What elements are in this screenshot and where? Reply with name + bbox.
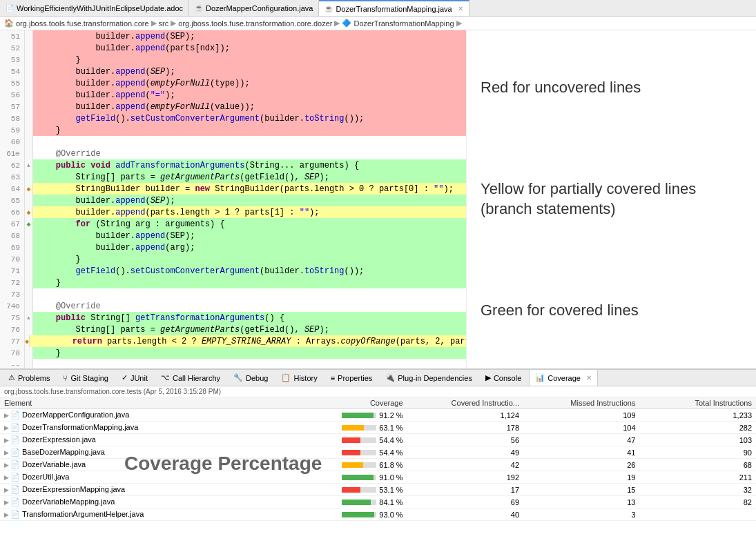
console-icon: ▶ <box>485 373 491 382</box>
annotation-panel: Red for uncovered lines Yellow for parti… <box>466 30 756 368</box>
coverage-bar <box>342 462 376 468</box>
tab-console[interactable]: ▶ Console <box>480 370 527 386</box>
coverage-bar <box>342 487 376 493</box>
close-icon[interactable]: ✕ <box>458 5 463 12</box>
file-name: DozerExpression.java <box>22 435 96 444</box>
tab-git[interactable]: ⑂ Git Staging <box>57 370 114 386</box>
expand-arrow[interactable]: ▶ <box>4 424 9 431</box>
tab-mapper-label: DozerMapperConfiguration.java <box>206 4 313 12</box>
expand-arrow[interactable]: ▶ <box>4 437 9 444</box>
expand-arrow[interactable]: ▶ <box>4 511 9 518</box>
tab-adoc[interactable]: 📄 WorkingEfficientlyWithJUnitInEclipseUp… <box>0 0 189 16</box>
code-line-58: 58 getField().setCustomConverterArgument… <box>0 112 466 124</box>
tab-call-hierarchy[interactable]: ⌥ Call Hierarchy <box>155 370 226 386</box>
table-row[interactable]: ▶📄DozerTransformationMapping.java63.1 %1… <box>0 422 756 434</box>
bc-icon2: 🔷 <box>342 19 351 28</box>
tab-properties-label: Properties <box>338 374 372 382</box>
col-element: Element <box>0 397 291 409</box>
coverage-pct: 93.0 % <box>379 511 403 519</box>
table-row[interactable]: ▶📄BaseDozerMapping.java54.4 %494190 <box>0 446 756 459</box>
code-line-71: 71 getField().setCustomConverterArgument… <box>0 265 466 277</box>
git-icon: ⑂ <box>63 374 68 382</box>
tab-problems-label: Problems <box>18 374 50 382</box>
java-icon-2: ☕ <box>324 5 333 12</box>
code-line-72: 72 } <box>0 277 466 288</box>
coverage-header: org.jboss.tools.fuse.transformation.core… <box>0 386 756 397</box>
code-line-57: 57 builder.append(emptyForNull(value)); <box>0 101 466 112</box>
file-icon: 📄 <box>10 411 20 419</box>
tab-history-label: History <box>293 374 317 382</box>
bottom-panel: ⚠ Problems ⑂ Git Staging ✓ JUnit ⌥ Call … <box>0 368 756 543</box>
code-line-78: 78 } <box>0 347 466 359</box>
tab-history[interactable]: 📋 History <box>275 370 323 386</box>
file-icon: 📄 <box>10 423 20 431</box>
code-line-66: 66 ◆ builder.append(parts.length > 1 ? p… <box>0 206 466 218</box>
coverage-pct: 53.1 % <box>379 486 403 494</box>
code-line-54: 54 builder.append(SEP); <box>0 66 466 77</box>
tab-transform-label: DozerTransformationMapping.java <box>336 5 452 13</box>
red-annotation: Red for uncovered lines <box>481 78 742 98</box>
expand-arrow[interactable]: ▶ <box>4 462 9 468</box>
coverage-pct: 61.8 % <box>379 461 403 469</box>
tab-call-label: Call Hierarchy <box>173 374 220 382</box>
code-line-67: 67 ◆ for (String arg : arguments) { <box>0 218 466 230</box>
table-row[interactable]: ▶📄DozerExpression.java54.4 %5647103 <box>0 434 756 446</box>
tab-plugins[interactable]: 🔌 Plug-in Dependencies <box>380 370 478 386</box>
code-line-68: 68 builder.append(SEP); <box>0 230 466 241</box>
code-line-75: 75 ▲ public String[] getTransformationAr… <box>0 312 466 324</box>
file-icon: 📄 <box>10 473 20 481</box>
coverage-bar <box>342 437 376 443</box>
breadcrumb: 🏠 org.jboss.tools.fuse.transformation.co… <box>0 17 756 30</box>
table-row[interactable]: ▶📄DozerExpressionMapping.java53.1 %17153… <box>0 484 756 496</box>
coverage-content: org.jboss.tools.fuse.transformation.core… <box>0 386 756 543</box>
expand-arrow[interactable]: ▶ <box>4 486 9 493</box>
file-name: DozerTransformationMapping.java <box>22 423 138 431</box>
java-icon-1: ☕ <box>195 4 203 12</box>
code-line-53: 53 } <box>0 54 466 66</box>
code-line-77: 77 ◆ return parts.length < 2 ? EMPTY_STR… <box>0 335 466 347</box>
tab-debug[interactable]: 🔧 Debug <box>228 370 274 386</box>
code-line-74: 74⊖ @Override <box>0 300 466 312</box>
file-icon: 📄 <box>10 460 20 468</box>
code-panel[interactable]: 51 builder.append(SEP); 52 builder.appen… <box>0 30 466 368</box>
tab-properties[interactable]: ≡ Properties <box>325 370 379 386</box>
bc-part1: org.jboss.tools.fuse.transformation.core <box>16 19 149 28</box>
tab-mapper[interactable]: ☕ DozerMapperConfiguration.java <box>189 0 319 16</box>
yellow-annotation: Yellow for partially covered lines (bran… <box>481 179 742 219</box>
table-row[interactable]: ▶📄TransformationArgumentHelper.java93.0 … <box>0 509 756 521</box>
problems-icon: ⚠ <box>8 373 15 382</box>
tab-plugins-label: Plug-in Dependencies <box>398 374 472 382</box>
expand-arrow[interactable]: ▶ <box>4 474 9 481</box>
table-row[interactable]: ▶📄DozerVariable.java61.8 %422668 <box>0 459 756 471</box>
tab-console-label: Console <box>494 374 521 382</box>
file-name: DozerVariableMapping.java <box>22 497 115 506</box>
table-row[interactable]: ▶📄DozerUtil.java91.0 %19219211 <box>0 471 756 484</box>
tab-adoc-label: WorkingEfficientlyWithJUnitInEclipseUpda… <box>17 4 183 12</box>
coverage-pct: 63.1 % <box>379 424 403 432</box>
file-icon: 📄 <box>10 510 20 518</box>
tab-transform[interactable]: ☕ DozerTransformationMapping.java ✕ <box>319 0 469 16</box>
coverage-pct: 91.2 % <box>379 411 403 419</box>
file-name: BaseDozerMapping.java <box>22 448 105 456</box>
coverage-close-icon[interactable]: ✕ <box>586 374 592 382</box>
expand-arrow[interactable]: ▶ <box>4 449 9 456</box>
coverage-pct: 84.1 % <box>379 498 403 506</box>
tab-coverage[interactable]: 📊 Coverage ✕ <box>529 370 598 386</box>
junit-icon: ✓ <box>122 373 128 382</box>
tab-problems[interactable]: ⚠ Problems <box>3 370 56 386</box>
code-line-52: 52 builder.append(parts[ndx]); <box>0 42 466 54</box>
col-covered: Covered Instructio... <box>407 397 523 409</box>
expand-arrow[interactable]: ▶ <box>4 412 9 419</box>
bc-part4: DozerTransformationMapping <box>353 19 454 28</box>
col-coverage: Coverage <box>291 397 407 409</box>
tab-junit[interactable]: ✓ JUnit <box>116 370 154 386</box>
adoc-icon: 📄 <box>6 4 14 12</box>
coverage-pct: 54.4 % <box>379 448 403 457</box>
expand-arrow[interactable]: ▶ <box>4 499 9 506</box>
table-row[interactable]: ▶📄DozerMapperConfiguration.java91.2 %1,1… <box>0 409 756 422</box>
table-row[interactable]: ▶📄DozerVariableMapping.java84.1 %691382 <box>0 496 756 509</box>
code-line-73: 73 <box>0 288 466 300</box>
code-line-62: 62 ▲ public void addTransformationArgume… <box>0 159 466 171</box>
code-line-56: 56 builder.append("="); <box>0 89 466 101</box>
code-line-55: 55 builder.append(emptyForNull(type)); <box>0 77 466 89</box>
